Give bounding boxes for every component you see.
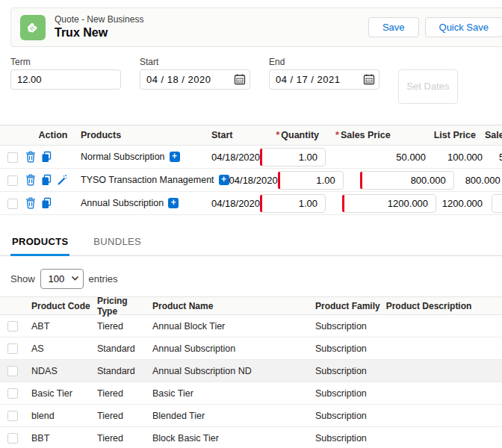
copy-icon: [41, 174, 52, 186]
quick-save-button[interactable]: Quick Save: [425, 17, 502, 37]
end-field-group: End: [269, 57, 379, 90]
add-favorite-icon[interactable]: +: [168, 198, 179, 208]
entries-select[interactable]: 100: [40, 269, 84, 289]
row-product-cell: Normal Subscription +: [81, 152, 211, 162]
row-checkbox[interactable]: [7, 388, 18, 399]
row-sales-price-cell: [353, 171, 454, 190]
product-code-cell: ABT: [25, 321, 91, 332]
row-quantity-cell: [260, 148, 335, 167]
start-field-group: Start: [140, 57, 250, 90]
product-row[interactable]: Basic Tier Tiered Basic Tier Subscriptio…: [0, 382, 502, 405]
page-header: Quote - New Business Trux New Save Quick…: [10, 7, 502, 47]
clone-line-button[interactable]: [41, 197, 52, 209]
pricing-type-cell: Tiered: [91, 388, 146, 399]
row-checkbox[interactable]: [7, 199, 18, 209]
product-family-cell: Subscription: [309, 366, 376, 376]
product-selector-tabs: PRODUCTS BUNDLES: [0, 233, 502, 256]
quote-editor-page: Quote - New Business Trux New Save Quick…: [0, 7, 502, 448]
quantity-input[interactable]: [278, 171, 344, 190]
quantity-input[interactable]: [260, 194, 326, 213]
required-field-bar: [260, 149, 262, 166]
column-header-pricing-type: Pricing Type: [91, 296, 146, 317]
row-checkbox[interactable]: [7, 343, 18, 354]
sales-discount-value: 50.000: [492, 152, 502, 163]
row-checkbox[interactable]: [7, 411, 18, 421]
price-tag-icon: [25, 20, 40, 35]
row-sales-price-cell: 50.000: [335, 152, 436, 163]
product-family-cell: Subscription: [309, 321, 376, 332]
column-header-quantity: *Quantity: [255, 130, 328, 140]
clone-line-button[interactable]: [41, 151, 52, 163]
wand-button[interactable]: [57, 174, 68, 186]
tab-products[interactable]: PRODUCTS: [10, 233, 69, 256]
quote-object-icon: [20, 15, 46, 40]
term-label: Term: [10, 57, 121, 67]
calendar-icon: [234, 73, 246, 85]
add-favorite-icon[interactable]: +: [219, 175, 229, 185]
sales-price-value: 50.000: [396, 152, 436, 163]
product-code-cell: AS: [25, 343, 91, 354]
required-field-bar: [260, 195, 262, 212]
row-checkbox[interactable]: [7, 321, 18, 332]
term-input[interactable]: [10, 69, 121, 90]
entries-control: Show 100 entries: [10, 269, 502, 289]
pricing-type-cell: Standard: [91, 343, 146, 354]
add-favorite-icon[interactable]: +: [170, 152, 180, 162]
product-family-cell: Subscription: [309, 433, 376, 444]
pricing-type-cell: Standard: [91, 366, 146, 376]
clone-line-button[interactable]: [41, 174, 52, 186]
term-field-group: Term: [10, 57, 121, 90]
row-sales-discount-cell: [486, 194, 502, 213]
product-name: Normal Subscription: [81, 152, 165, 162]
required-field-bar: [342, 195, 344, 212]
required-asterisk: *: [335, 130, 339, 140]
save-button[interactable]: Save: [368, 17, 419, 37]
set-dates-button[interactable]: Set Dates: [398, 69, 458, 104]
row-list-price-cell: 100.000: [436, 152, 486, 163]
column-header-product-description: Product Description: [380, 301, 502, 311]
row-checkbox-cell: [0, 343, 25, 354]
sales-discount-input[interactable]: [492, 194, 502, 213]
product-name-cell: Basic Tier: [146, 388, 309, 399]
row-checkbox[interactable]: [7, 433, 18, 444]
page-title: Trux New: [55, 25, 143, 40]
line-item-row: Normal Subscription + 04/18/2020 50.000 …: [0, 146, 502, 169]
product-name-cell: Annual Subscription ND: [146, 366, 309, 376]
entries-label: entries: [89, 273, 118, 284]
product-row[interactable]: blend Tiered Blended Tier Subscription: [0, 405, 502, 427]
product-row[interactable]: AS Standard Annual Subscription Subscrip…: [0, 337, 502, 360]
sales-price-input[interactable]: [342, 194, 436, 213]
header-buttons: Save Quick Save: [368, 17, 502, 37]
delete-line-button[interactable]: [25, 197, 37, 209]
column-header-product-family: Product Family: [309, 301, 380, 311]
set-dates-label: Set Dates: [406, 81, 449, 92]
product-row[interactable]: ABT Tiered Annual Block Tier Subscriptio…: [0, 315, 502, 337]
tab-bundles[interactable]: BUNDLES: [92, 233, 143, 255]
required-asterisk: *: [276, 130, 279, 140]
row-checkbox-cell: [0, 197, 25, 209]
calendar-icon: [363, 73, 375, 85]
start-calendar-button[interactable]: [233, 73, 246, 86]
delete-line-button[interactable]: [25, 174, 37, 186]
pricing-type-cell: Tiered: [91, 321, 146, 332]
quantity-input[interactable]: [260, 148, 326, 167]
row-checkbox[interactable]: [7, 366, 18, 376]
row-sales-price-cell: [335, 194, 436, 213]
end-calendar-button[interactable]: [362, 73, 375, 86]
product-code-cell: BBT: [25, 433, 91, 444]
product-row[interactable]: BBT Tiered Block Basic Tier Subscription: [0, 427, 502, 448]
row-start-cell: 04/18/2020: [229, 175, 278, 186]
row-checkbox-cell: [0, 410, 25, 421]
trash-icon: [25, 151, 36, 163]
sales-price-input[interactable]: [360, 171, 454, 190]
row-quantity-cell: [278, 171, 353, 190]
row-checkbox[interactable]: [7, 175, 18, 186]
product-table-header-row: Product Code Pricing Type Product Name P…: [0, 296, 502, 315]
trash-icon: [25, 197, 36, 209]
pricing-type-cell: Tiered: [91, 433, 146, 444]
row-checkbox[interactable]: [7, 152, 18, 163]
start-label: Start: [140, 57, 250, 67]
pricing-type-cell: Tiered: [91, 411, 146, 421]
delete-line-button[interactable]: [25, 151, 37, 163]
product-row[interactable]: NDAS Standard Annual Subscription ND Sub…: [0, 360, 502, 382]
